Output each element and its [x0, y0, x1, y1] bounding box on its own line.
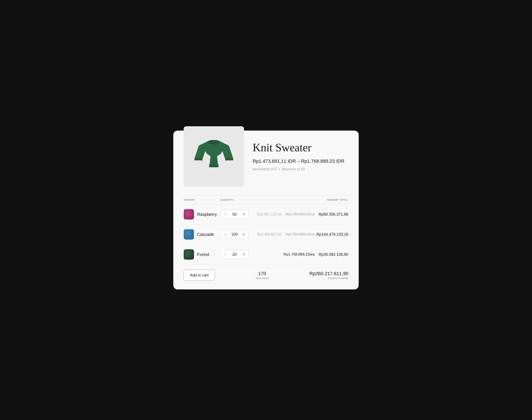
variant-total-cascade: Rp144.479.133,24 — [315, 232, 348, 237]
variant-cell-raspberry: Raspberry — [184, 204, 221, 225]
footer-row: Add to cart 170 Total items Rp260.217.61… — [184, 265, 348, 281]
subtotal-label: Product subtotal — [309, 276, 348, 280]
total-cell-cascade: Rp144.479.133,24 — [315, 225, 348, 244]
total-items-block: 170 Total items — [255, 271, 269, 280]
qty-increase-cascade[interactable]: + — [239, 230, 248, 239]
sweater-illustration — [190, 133, 238, 180]
table-row: Cascade − 100 + Rp1.458.927,91 Rp1.768.8… — [184, 225, 348, 244]
table-header-row: VARIANT QUANTITY VARIANT TOTAL — [184, 195, 348, 204]
variant-total-forest: Rp35.382.106,80 — [315, 252, 348, 257]
original-price-raspberry: Rp1.768.889,23/ea — [281, 212, 315, 216]
table-row: Raspberry − 50 + Rp1.607.127,44 Rp1.768.… — [184, 204, 348, 225]
increments-label: Increments of 5 — [253, 167, 276, 171]
qty-decrease-forest[interactable]: − — [221, 250, 230, 258]
total-cell-raspberry: Rp80.356.371,86 — [315, 204, 348, 225]
product-title: Knit Sweater — [253, 141, 348, 154]
total-items-label: Total items — [255, 276, 269, 280]
variant-cell-forest: Forest — [184, 244, 221, 265]
discounted-price-cell-raspberry: Rp1.607.127,44 — [252, 204, 282, 225]
qty-decrease-raspberry[interactable]: − — [221, 210, 230, 218]
discounted-price-cell-forest — [252, 244, 282, 265]
product-card: Knit Sweater Rp1.473.681,11 IDR – Rp1.76… — [173, 131, 359, 289]
qty-increase-forest[interactable]: + — [239, 250, 248, 258]
qty-increase-raspberry[interactable]: + — [239, 210, 248, 218]
svg-rect-5 — [209, 165, 219, 167]
quantity-cell-cascade: − 100 + — [221, 225, 252, 244]
svg-rect-7 — [225, 158, 233, 160]
original-price-cell-forest: Rp1.768.889,23/ea — [281, 244, 315, 265]
quantity-cell-forest: − 20 + — [221, 244, 252, 265]
discounted-price-cell-cascade: Rp1.458.927,91 — [252, 225, 282, 244]
price-range: Rp1.473.681,11 IDR – Rp1.768.889,23 IDR — [253, 158, 348, 165]
price-meta: Increments of 5 • Minimum of 10 — [253, 167, 348, 171]
svg-rect-6 — [195, 158, 202, 160]
top-section: Knit Sweater Rp1.473.681,11 IDR – Rp1.76… — [184, 139, 348, 187]
swatch-forest — [184, 249, 194, 260]
swatch-raspberry — [184, 209, 194, 220]
header-quantity: QUANTITY — [221, 195, 252, 204]
header-price — [252, 195, 282, 204]
discounted-price-raspberry: Rp1.607.127,44 — [252, 212, 282, 216]
svg-point-8 — [208, 140, 220, 144]
variant-table: VARIANT QUANTITY VARIANT TOTAL Raspberry… — [184, 195, 348, 265]
original-price-cell-raspberry: Rp1.768.889,23/ea — [281, 204, 315, 225]
qty-value-raspberry: 50 — [230, 212, 239, 217]
variant-cell-cascade: Cascade — [184, 225, 221, 244]
swatch-cascade — [184, 229, 194, 240]
dot-separator: • — [279, 167, 280, 171]
variant-name-raspberry: Raspberry — [197, 212, 217, 217]
total-cell-forest: Rp35.382.106,80 — [315, 244, 348, 265]
variant-name-cascade: Cascade — [197, 232, 214, 237]
product-info: Knit Sweater Rp1.473.681,11 IDR – Rp1.76… — [253, 139, 348, 171]
product-image — [184, 126, 244, 187]
svg-line-2 — [213, 156, 214, 165]
total-items-value: 170 — [255, 271, 269, 276]
header-original — [281, 195, 315, 204]
header-variant-total: VARIANT TOTAL — [315, 195, 348, 204]
qty-value-cascade: 100 — [230, 232, 239, 237]
image-placeholder — [184, 126, 244, 187]
table-row: Forest − 20 + Rp1.768.889,23/ea Rp35.382… — [184, 244, 348, 265]
svg-line-4 — [216, 156, 217, 165]
variant-name-forest: Forest — [197, 252, 209, 257]
original-price-forest: Rp1.768.889,23/ea — [281, 252, 315, 257]
qty-decrease-cascade[interactable]: − — [221, 230, 230, 239]
variant-total-raspberry: Rp80.356.371,86 — [315, 212, 348, 217]
original-price-cascade: Rp1.768.889,23/ea — [281, 232, 315, 236]
subtotal-block: Rp260.217.611,90 Product subtotal — [309, 271, 348, 280]
header-variant: VARIANT — [184, 195, 221, 204]
quantity-cell-raspberry: − 50 + — [221, 204, 252, 225]
discounted-price-cascade: Rp1.458.927,91 — [252, 232, 282, 236]
original-price-cell-cascade: Rp1.768.889,23/ea — [281, 225, 315, 244]
minimum-label: Minimum of 10 — [282, 167, 305, 171]
add-to-cart-button[interactable]: Add to cart — [184, 270, 215, 281]
qty-value-forest: 20 — [230, 252, 239, 257]
subtotal-value: Rp260.217.611,90 — [309, 271, 348, 276]
